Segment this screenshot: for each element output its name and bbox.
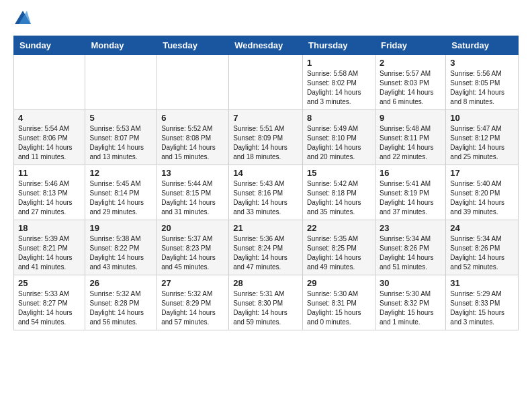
calendar-cell: 31Sunrise: 5:29 AM Sunset: 8:33 PM Dayli… [446, 275, 519, 330]
day-number: 8 [307, 113, 371, 123]
day-info: Sunrise: 5:34 AM Sunset: 8:26 PM Dayligh… [380, 234, 441, 272]
day-info: Sunrise: 5:39 AM Sunset: 8:21 PM Dayligh… [18, 234, 81, 272]
calendar-cell: 18Sunrise: 5:39 AM Sunset: 8:21 PM Dayli… [14, 220, 85, 275]
day-info: Sunrise: 5:29 AM Sunset: 8:33 PM Dayligh… [450, 289, 514, 327]
calendar: SundayMondayTuesdayWednesdayThursdayFrid… [13, 36, 519, 330]
day-info: Sunrise: 5:38 AM Sunset: 8:22 PM Dayligh… [89, 234, 152, 272]
calendar-cell: 17Sunrise: 5:40 AM Sunset: 8:20 PM Dayli… [446, 165, 519, 220]
calendar-week-3: 11Sunrise: 5:46 AM Sunset: 8:13 PM Dayli… [14, 165, 519, 220]
calendar-cell [157, 55, 229, 110]
calendar-header-friday: Friday [375, 36, 445, 55]
calendar-header-tuesday: Tuesday [157, 36, 229, 55]
calendar-week-1: 1Sunrise: 5:58 AM Sunset: 8:02 PM Daylig… [14, 55, 519, 110]
calendar-cell: 30Sunrise: 5:30 AM Sunset: 8:32 PM Dayli… [375, 275, 445, 330]
calendar-cell: 9Sunrise: 5:48 AM Sunset: 8:11 PM Daylig… [375, 110, 445, 165]
day-number: 22 [307, 223, 371, 233]
calendar-cell: 22Sunrise: 5:35 AM Sunset: 8:25 PM Dayli… [303, 220, 375, 275]
calendar-cell: 12Sunrise: 5:45 AM Sunset: 8:14 PM Dayli… [85, 165, 157, 220]
day-number: 31 [450, 278, 514, 288]
day-info: Sunrise: 5:32 AM Sunset: 8:28 PM Dayligh… [89, 289, 152, 327]
calendar-cell: 15Sunrise: 5:42 AM Sunset: 8:18 PM Dayli… [303, 165, 375, 220]
day-info: Sunrise: 5:32 AM Sunset: 8:29 PM Dayligh… [161, 289, 224, 327]
logo-icon [15, 11, 31, 24]
day-number: 19 [89, 223, 152, 233]
calendar-week-2: 4Sunrise: 5:54 AM Sunset: 8:06 PM Daylig… [14, 110, 519, 165]
calendar-cell: 19Sunrise: 5:38 AM Sunset: 8:22 PM Dayli… [85, 220, 157, 275]
day-info: Sunrise: 5:51 AM Sunset: 8:09 PM Dayligh… [233, 124, 298, 162]
calendar-week-5: 25Sunrise: 5:33 AM Sunset: 8:27 PM Dayli… [14, 275, 519, 330]
calendar-cell: 8Sunrise: 5:49 AM Sunset: 8:10 PM Daylig… [303, 110, 375, 165]
day-info: Sunrise: 5:36 AM Sunset: 8:24 PM Dayligh… [233, 234, 298, 272]
calendar-cell: 1Sunrise: 5:58 AM Sunset: 8:02 PM Daylig… [303, 55, 375, 110]
day-number: 18 [18, 223, 81, 233]
calendar-cell: 13Sunrise: 5:44 AM Sunset: 8:15 PM Dayli… [157, 165, 229, 220]
calendar-header-row: SundayMondayTuesdayWednesdayThursdayFrid… [14, 36, 519, 55]
day-number: 6 [161, 113, 224, 123]
day-number: 3 [450, 58, 514, 68]
day-number: 5 [89, 113, 152, 123]
day-info: Sunrise: 5:33 AM Sunset: 8:27 PM Dayligh… [18, 289, 81, 327]
day-info: Sunrise: 5:42 AM Sunset: 8:18 PM Dayligh… [307, 179, 371, 217]
calendar-week-4: 18Sunrise: 5:39 AM Sunset: 8:21 PM Dayli… [14, 220, 519, 275]
day-info: Sunrise: 5:41 AM Sunset: 8:19 PM Dayligh… [380, 179, 441, 217]
calendar-cell [85, 55, 157, 110]
day-number: 25 [18, 278, 81, 288]
calendar-cell [229, 55, 303, 110]
calendar-cell: 29Sunrise: 5:30 AM Sunset: 8:31 PM Dayli… [303, 275, 375, 330]
day-number: 17 [450, 168, 514, 178]
day-info: Sunrise: 5:35 AM Sunset: 8:25 PM Dayligh… [307, 234, 371, 272]
calendar-cell: 20Sunrise: 5:37 AM Sunset: 8:23 PM Dayli… [157, 220, 229, 275]
calendar-header-wednesday: Wednesday [229, 36, 303, 55]
calendar-cell: 26Sunrise: 5:32 AM Sunset: 8:28 PM Dayli… [85, 275, 157, 330]
calendar-cell: 4Sunrise: 5:54 AM Sunset: 8:06 PM Daylig… [14, 110, 85, 165]
day-info: Sunrise: 5:30 AM Sunset: 8:32 PM Dayligh… [380, 289, 441, 327]
calendar-cell: 16Sunrise: 5:41 AM Sunset: 8:19 PM Dayli… [375, 165, 445, 220]
calendar-cell: 24Sunrise: 5:34 AM Sunset: 8:26 PM Dayli… [446, 220, 519, 275]
day-info: Sunrise: 5:48 AM Sunset: 8:11 PM Dayligh… [380, 124, 441, 162]
day-info: Sunrise: 5:40 AM Sunset: 8:20 PM Dayligh… [450, 179, 514, 217]
calendar-cell: 27Sunrise: 5:32 AM Sunset: 8:29 PM Dayli… [157, 275, 229, 330]
day-number: 27 [161, 278, 224, 288]
calendar-cell: 3Sunrise: 5:56 AM Sunset: 8:05 PM Daylig… [446, 55, 519, 110]
day-number: 10 [450, 113, 514, 123]
day-info: Sunrise: 5:58 AM Sunset: 8:02 PM Dayligh… [307, 69, 371, 107]
day-number: 9 [380, 113, 441, 123]
day-info: Sunrise: 5:52 AM Sunset: 8:08 PM Dayligh… [161, 124, 224, 162]
day-info: Sunrise: 5:37 AM Sunset: 8:23 PM Dayligh… [161, 234, 224, 272]
calendar-cell: 21Sunrise: 5:36 AM Sunset: 8:24 PM Dayli… [229, 220, 303, 275]
calendar-cell: 6Sunrise: 5:52 AM Sunset: 8:08 PM Daylig… [157, 110, 229, 165]
day-number: 21 [233, 223, 298, 233]
header [13, 11, 519, 28]
day-number: 2 [380, 58, 441, 68]
day-number: 23 [380, 223, 441, 233]
day-number: 24 [450, 223, 514, 233]
day-info: Sunrise: 5:30 AM Sunset: 8:31 PM Dayligh… [307, 289, 371, 327]
calendar-header-saturday: Saturday [446, 36, 519, 55]
day-info: Sunrise: 5:34 AM Sunset: 8:26 PM Dayligh… [450, 234, 514, 272]
day-number: 29 [307, 278, 371, 288]
day-number: 30 [380, 278, 441, 288]
page: SundayMondayTuesdayWednesdayThursdayFrid… [0, 0, 532, 341]
day-info: Sunrise: 5:54 AM Sunset: 8:06 PM Dayligh… [18, 124, 81, 162]
calendar-cell: 25Sunrise: 5:33 AM Sunset: 8:27 PM Dayli… [14, 275, 85, 330]
day-info: Sunrise: 5:56 AM Sunset: 8:05 PM Dayligh… [450, 69, 514, 107]
day-number: 13 [161, 168, 224, 178]
day-number: 15 [307, 168, 371, 178]
calendar-header-monday: Monday [85, 36, 157, 55]
day-number: 7 [233, 113, 298, 123]
day-info: Sunrise: 5:47 AM Sunset: 8:12 PM Dayligh… [450, 124, 514, 162]
day-info: Sunrise: 5:49 AM Sunset: 8:10 PM Dayligh… [307, 124, 371, 162]
calendar-header-thursday: Thursday [303, 36, 375, 55]
calendar-cell: 23Sunrise: 5:34 AM Sunset: 8:26 PM Dayli… [375, 220, 445, 275]
calendar-cell: 2Sunrise: 5:57 AM Sunset: 8:03 PM Daylig… [375, 55, 445, 110]
calendar-cell [14, 55, 85, 110]
day-info: Sunrise: 5:53 AM Sunset: 8:07 PM Dayligh… [89, 124, 152, 162]
calendar-cell: 5Sunrise: 5:53 AM Sunset: 8:07 PM Daylig… [85, 110, 157, 165]
day-number: 26 [89, 278, 152, 288]
day-number: 12 [89, 168, 152, 178]
day-number: 28 [233, 278, 298, 288]
day-number: 4 [18, 113, 81, 123]
day-number: 14 [233, 168, 298, 178]
logo [13, 11, 31, 28]
day-number: 20 [161, 223, 224, 233]
